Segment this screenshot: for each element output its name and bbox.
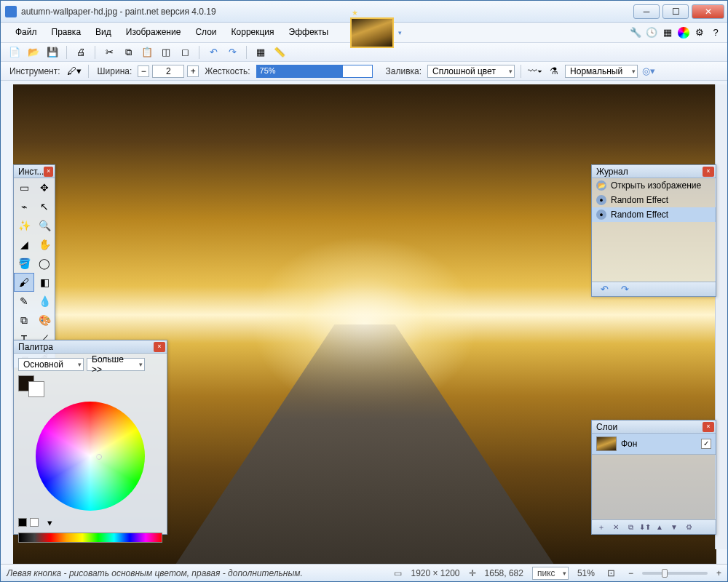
palette-close-button[interactable]: × — [154, 342, 165, 352]
close-button[interactable]: ✕ — [692, 4, 724, 19]
redo-button[interactable]: ↷ — [224, 45, 240, 60]
layer-duplicate-button[interactable]: ⧉ — [624, 522, 637, 533]
mini-swatch-black[interactable] — [18, 518, 27, 527]
history-item[interactable]: ●Random Effect — [592, 193, 716, 207]
print-button[interactable]: 🖨 — [73, 45, 89, 60]
alpha-icon[interactable]: ⚗ — [546, 64, 562, 79]
tool-paintbrush[interactable]: 🖌 — [14, 273, 34, 292]
palette-menu-icon[interactable]: ▾ — [41, 515, 58, 530]
secondary-swatch[interactable] — [28, 381, 44, 397]
paste-button[interactable]: 📋 — [139, 45, 155, 60]
menu-edit[interactable]: Правка — [44, 23, 89, 42]
menu-file[interactable]: Файл — [8, 23, 44, 42]
image-size: 1920 × 1200 — [411, 568, 459, 578]
maximize-button[interactable]: ☐ — [662, 4, 689, 19]
blend-combo[interactable]: Нормальный — [565, 65, 638, 78]
menu-adjustments[interactable]: Коррекция — [224, 23, 282, 42]
layer-visible-checkbox[interactable]: ✓ — [701, 439, 711, 449]
tool-clone[interactable]: ⧉ — [14, 311, 34, 330]
layers-close-button[interactable]: × — [703, 422, 714, 432]
tool-label: Инструмент: — [7, 66, 63, 76]
deselect-button[interactable]: ◻ — [177, 45, 193, 60]
thumbnail-dropdown-icon[interactable]: ▾ — [398, 29, 402, 36]
tool-pencil[interactable]: ✎ — [14, 292, 34, 311]
menu-image[interactable]: Изображение — [119, 23, 189, 42]
help-icon[interactable]: ? — [710, 27, 721, 39]
layer-row[interactable]: Фон ✓ — [592, 434, 716, 455]
tool-pan[interactable]: ✋ — [34, 235, 55, 254]
zoom-slider[interactable] — [642, 572, 708, 575]
open-button[interactable]: 📂 — [25, 45, 41, 60]
hue-strip[interactable] — [18, 533, 162, 543]
image-size-icon: ▭ — [394, 568, 402, 578]
history-redo-button[interactable]: ↷ — [617, 282, 633, 297]
tool-recolor[interactable]: 🎨 — [34, 311, 55, 330]
tool-picker[interactable]: 🖊▾ — [66, 64, 82, 79]
menu-view[interactable]: Вид — [88, 23, 119, 42]
document-thumbnail[interactable] — [350, 17, 394, 48]
gear-icon[interactable]: ⚙ — [694, 27, 705, 39]
fill-combo[interactable]: Сплошной цвет — [427, 65, 515, 78]
history-undo-button[interactable]: ↶ — [596, 282, 612, 297]
width-decrement[interactable]: − — [138, 65, 149, 77]
fill-label: Заливка: — [383, 66, 425, 76]
menu-effects[interactable]: Эффекты — [282, 23, 336, 42]
clock-icon[interactable]: 🕓 — [646, 27, 657, 39]
layer-add-button[interactable]: ＋ — [595, 522, 608, 533]
layer-properties-button[interactable]: ⚙ — [682, 522, 695, 533]
tools-close-button[interactable]: × — [44, 167, 53, 177]
tool-gradient[interactable]: ◢ — [14, 235, 34, 254]
layer-up-button[interactable]: ▲ — [653, 522, 666, 533]
crop-button[interactable]: ◫ — [158, 45, 174, 60]
palette-more-button[interactable]: Больше >> — [87, 358, 145, 371]
zoom-fit-button[interactable]: ⊡ — [604, 566, 620, 581]
tools-window: Инст...× ▭ ✥ ⌁ ↖ ✨ 🔍 ◢ ✋ 🪣 ◯ 🖌 ◧ ✎ 💧 ⧉ 🎨… — [13, 164, 55, 368]
tool-bucket[interactable]: 🪣 — [14, 254, 34, 273]
colorwheel-icon[interactable] — [678, 27, 689, 39]
tool-eyedropper[interactable]: 💧 — [34, 292, 55, 311]
minimize-button[interactable]: ─ — [633, 4, 660, 19]
save-button[interactable]: 💾 — [44, 45, 60, 60]
layer-name: Фон — [621, 439, 637, 449]
mini-swatch-white[interactable] — [30, 518, 39, 527]
tool-eraser[interactable]: ◧ — [34, 273, 55, 292]
color-mode-combo[interactable]: Основной — [18, 358, 84, 371]
tool-shapes[interactable]: ◯ — [34, 254, 55, 273]
menu-layers[interactable]: Слои — [188, 23, 223, 42]
layer-merge-button[interactable]: ⬇⬆ — [638, 522, 652, 533]
antialias-icon[interactable]: 〰▾ — [527, 64, 543, 79]
tool-rect-select[interactable]: ▭ — [14, 178, 34, 197]
width-increment[interactable]: + — [187, 65, 199, 77]
tool-move-pixels[interactable]: ↖ — [34, 197, 55, 216]
tool-zoom[interactable]: 🔍 — [34, 216, 55, 235]
layer-thumbnail — [596, 436, 617, 451]
hardness-label: Жесткость: — [202, 66, 253, 76]
ruler-button[interactable]: 📏 — [272, 45, 288, 60]
hardness-slider[interactable]: 75% — [256, 65, 373, 78]
history-item[interactable]: ●Random Effect — [592, 207, 716, 222]
cut-button[interactable]: ✂ — [101, 45, 117, 60]
layers-icon[interactable]: ▦ — [662, 27, 673, 39]
new-button[interactable]: 📄 — [7, 45, 23, 60]
layer-down-button[interactable]: ▼ — [668, 522, 681, 533]
undo-button[interactable]: ↶ — [205, 45, 221, 60]
effect-icon: ● — [596, 210, 606, 220]
open-icon: 📂 — [596, 180, 606, 191]
grid-button[interactable]: ▦ — [253, 45, 269, 60]
layer-delete-button[interactable]: ✕ — [609, 522, 622, 533]
wand-icon[interactable]: 🔧 — [630, 27, 641, 39]
overwrite-icon[interactable]: ◎▾ — [641, 64, 657, 79]
tool-lasso[interactable]: ⌁ — [14, 197, 34, 216]
cursor-pos-icon: ✛ — [469, 568, 476, 578]
history-close-button[interactable]: × — [703, 167, 714, 177]
units-combo[interactable]: пикс — [532, 567, 569, 580]
vertical-scrollbar[interactable] — [715, 84, 727, 549]
copy-button[interactable]: ⧉ — [120, 45, 136, 60]
zoom-in-icon[interactable]: + — [716, 568, 721, 578]
color-wheel[interactable] — [36, 402, 145, 511]
zoom-out-icon[interactable]: − — [628, 568, 633, 578]
width-input[interactable] — [152, 65, 184, 78]
history-item[interactable]: 📂Открыть изображение — [592, 178, 716, 193]
tool-magic-wand[interactable]: ✨ — [14, 216, 34, 235]
tool-move-selection[interactable]: ✥ — [34, 178, 55, 197]
